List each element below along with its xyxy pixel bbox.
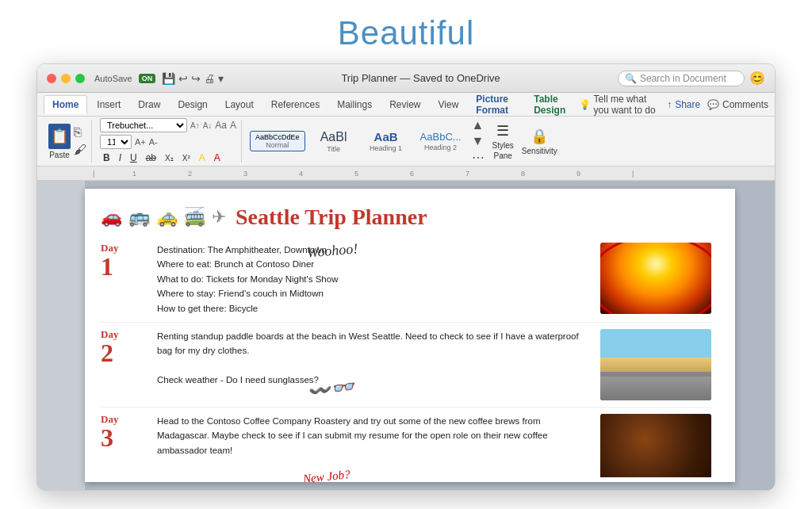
style-title[interactable]: AaBl Title [310,127,358,155]
new-job-annotation: New Job? [302,468,350,482]
text-color-icon: A [230,120,236,131]
tab-references[interactable]: References [263,96,327,113]
day-1-row: Day 1 Destination: The Amphitheater, Dow… [101,243,711,323]
superscript-button[interactable]: X² [179,153,193,163]
day-3-label: Day 3 [101,414,144,450]
tell-me-box[interactable]: 💡 Tell me what you want to do [579,94,658,116]
styles-pane-button[interactable]: ☰ Styles Pane [492,122,514,160]
bold-button[interactable]: B [100,151,113,164]
search-box[interactable]: 🔍 Search in Document [618,71,745,86]
paste-group: 📋 Paste ⎘ 🖌 [44,120,92,163]
tab-view[interactable]: View [431,96,467,113]
styles-panel: AaBbCcDdEe Normal AaBl Title AaB Heading… [250,118,485,165]
day-2-num: 2 [101,340,144,365]
search-placeholder: Search in Document [640,73,726,84]
print-icon[interactable]: 🖨 [204,72,215,85]
subscript-button[interactable]: X₂ [162,153,177,163]
underline-button[interactable]: U [127,151,140,164]
styles-pane-label: Styles [492,141,514,150]
title-bar-left: AutoSave ON 💾 ↩ ↪ 🖨 ▾ [94,72,224,85]
style-normal-label: Normal [266,141,289,149]
title-bar-right: 🔍 Search in Document 😊 [618,71,765,86]
font-controls: Trebuchet... A↑ A↓ Aa A 11 A+ A- [100,118,236,164]
doc-right-margin [735,181,775,490]
close-button[interactable] [47,74,56,83]
format-row: B I U ab X₂ X² A A [100,151,236,164]
redo-icon[interactable]: ↪ [191,72,201,85]
styles-group: AaBbCcDdEe Normal AaBl Title AaB Heading… [245,120,562,163]
italic-button[interactable]: I [116,151,124,164]
ruler-mark-1: 1 [132,170,136,178]
more-icon[interactable]: ▾ [218,72,224,85]
font-color-button[interactable]: A [211,151,224,164]
maximize-button[interactable] [75,74,85,83]
styles-pane-sublabel: Pane [494,151,512,160]
comments-label: Comments [722,99,768,110]
autosave-state[interactable]: ON [139,74,156,83]
day-1-image [600,243,711,314]
comments-button[interactable]: 💬 Comments [707,99,768,110]
font-name-row: Trebuchet... A↑ A↓ Aa A [100,118,236,132]
window-buttons [47,74,85,83]
styles-down-icon[interactable]: ▼ [472,134,485,148]
styles-more-icon[interactable]: ⋯ [472,150,485,165]
font-family-select[interactable]: Trebuchet... [100,118,187,132]
tab-layout[interactable]: Layout [217,96,262,113]
style-heading2[interactable]: AaBbC... Heading 2 [415,128,467,154]
tab-review[interactable]: Review [381,96,428,113]
day-2-content: Renting standup paddle boards at the bea… [157,329,588,388]
day-3-content: Head to the Contoso Coffee Company Roast… [157,414,588,457]
font-size-down-icon: A↓ [203,121,213,130]
undo-icon[interactable]: ↩ [178,72,188,85]
font-size-smaller[interactable]: A- [149,137,158,147]
share-button[interactable]: ↑ Share [667,99,700,110]
travel-icons: 🚗 🚌 🚕 🚎 ✈ [101,207,226,228]
page-header: Beautiful [0,0,812,63]
styles-up-icon[interactable]: ▲ [472,118,485,132]
emoji-button[interactable]: 😊 [749,71,765,86]
font-size-select[interactable]: 11 [100,135,132,149]
day-3-row: Day 3 Head to the Contoso Coffee Company… [101,414,711,482]
taxi-icon: 🚕 [156,207,178,228]
copy-icon[interactable]: ⎘ [74,125,86,140]
tab-picture-format[interactable]: Picture Format [468,90,524,119]
ruler-mark-3: 3 [243,170,247,178]
style-heading1[interactable]: AaB Heading 1 [362,128,410,155]
tab-mailings[interactable]: Mailings [329,96,380,113]
toolbar-icons: 💾 ↩ ↪ 🖨 ▾ [162,72,224,85]
style-heading2-preview: AaBbC... [420,131,462,144]
comment-icon: 💬 [707,99,719,110]
highlight-button[interactable]: A [196,151,209,164]
document-page[interactable]: 🚗 🚌 🚕 🚎 ✈ Seattle Trip Planner Woohoo! D… [85,189,735,482]
tab-draw[interactable]: Draw [130,96,168,113]
autosave-label: AutoSave [94,74,132,83]
tab-design[interactable]: Design [170,96,215,113]
styles-pane-icon: ☰ [496,122,509,140]
sensitivity-label: Sensitivity [522,147,557,155]
doc-sidebar [37,181,85,490]
font-size-larger[interactable]: A+ [135,137,146,147]
minimize-button[interactable] [61,74,71,83]
ruler-mark-10: | [632,170,634,178]
tab-insert[interactable]: Insert [89,96,128,113]
day-2-row: Day 2 Renting standup paddle boards at t… [101,329,711,408]
beach-image [600,329,711,400]
doc-title: Trip Planner — Saved to OneDrive [341,72,500,84]
tab-table-design[interactable]: Table Design [526,90,576,119]
share-label: Share [675,99,700,110]
save-icon[interactable]: 💾 [162,72,175,85]
style-normal[interactable]: AaBbCcDdEe Normal [250,131,305,152]
sensitivity-button[interactable]: 🔒 Sensitivity [522,128,557,155]
sensitivity-icon: 🔒 [530,128,548,145]
share-icon: ↑ [667,99,672,110]
clear-format-icon: Aa [215,120,227,131]
style-heading1-label: Heading 1 [370,144,402,152]
trolley-icon: 🚎 [184,207,205,228]
ruler-mark-8: 8 [521,170,525,178]
style-title-label: Title [327,145,340,153]
tab-home[interactable]: Home [44,95,87,114]
lightbulb-icon: 💡 [579,99,591,110]
strikethrough-button[interactable]: ab [143,151,159,164]
format-painter-icon[interactable]: 🖌 [74,143,86,157]
paste-button[interactable]: 📋 Paste [48,124,71,159]
